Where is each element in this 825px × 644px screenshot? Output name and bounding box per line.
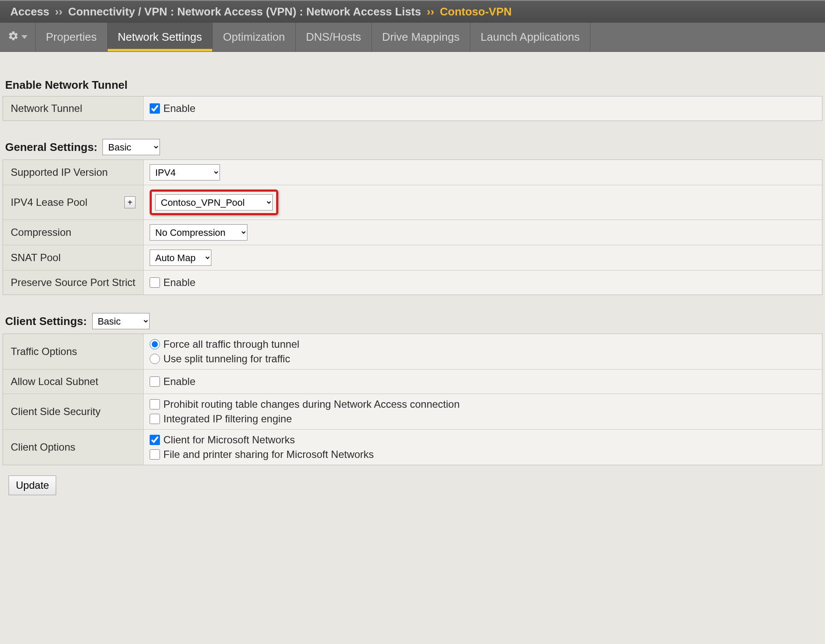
tab-launch-applications[interactable]: Launch Applications [470, 23, 590, 51]
row-traffic-options: Traffic Options Force all traffic throug… [3, 334, 822, 369]
row-ip-version: Supported IP Version IPV4 [3, 160, 822, 185]
table-client-settings: Traffic Options Force all traffic throug… [3, 334, 822, 465]
traffic-force-radio[interactable] [150, 339, 160, 349]
ip-version-select[interactable]: IPV4 [150, 164, 220, 181]
compression-select[interactable]: No Compression [150, 224, 247, 241]
settings-menu-button[interactable] [0, 23, 36, 51]
ms-networks-checkbox[interactable] [150, 435, 160, 445]
checkbox-wrapper[interactable]: Prohibit routing table changes during Ne… [150, 398, 816, 410]
preserve-port-checkbox-label: Enable [163, 277, 196, 289]
network-tunnel-checkbox[interactable] [150, 103, 160, 114]
label-preserve-port: Preserve Source Port Strict [3, 271, 144, 295]
ip-filter-label: Integrated IP filtering engine [163, 413, 292, 425]
section-title-general: General Settings: [5, 141, 97, 154]
highlight-box: Contoso_VPN_Pool [150, 190, 278, 215]
checkbox-wrapper[interactable]: Enable [150, 277, 816, 289]
label-ip-version: Supported IP Version [3, 160, 144, 185]
label-compression: Compression [3, 220, 144, 245]
gear-icon [8, 30, 19, 44]
label-traffic-options: Traffic Options [3, 334, 144, 369]
traffic-force-label: Force all traffic through tunnel [163, 338, 299, 350]
label-network-tunnel: Network Tunnel [3, 96, 144, 120]
breadcrumb-sep-icon: ›› [55, 5, 62, 18]
preserve-port-checkbox[interactable] [150, 277, 160, 288]
checkbox-wrapper[interactable]: Client for Microsoft Networks [150, 434, 816, 446]
breadcrumb-leaf[interactable]: Contoso-VPN [440, 5, 512, 18]
row-compression: Compression No Compression [3, 220, 822, 245]
ip-filter-checkbox[interactable] [150, 414, 160, 424]
tab-dns-hosts[interactable]: DNS/Hosts [296, 23, 372, 51]
breadcrumb: Access ›› Connectivity / VPN : Network A… [0, 0, 825, 23]
chevron-down-icon [21, 35, 27, 39]
tab-optimization[interactable]: Optimization [213, 23, 296, 51]
prohibit-routing-checkbox[interactable] [150, 399, 160, 409]
lease-pool-select[interactable]: Contoso_VPN_Pool [155, 194, 273, 211]
ms-networks-label: Client for Microsoft Networks [163, 434, 295, 446]
row-client-security: Client Side Security Prohibit routing ta… [3, 394, 822, 429]
allow-local-checkbox-label: Enable [163, 376, 196, 388]
breadcrumb-root[interactable]: Access [10, 5, 49, 18]
checkbox-wrapper[interactable]: File and printer sharing for Microsoft N… [150, 448, 816, 460]
network-tunnel-checkbox-label: Enable [163, 102, 196, 114]
traffic-split-label: Use split tunneling for traffic [163, 353, 290, 365]
file-printer-checkbox[interactable] [150, 449, 160, 460]
section-title-enable-tunnel: Enable Network Tunnel [5, 78, 822, 92]
row-lease-pool: IPV4 Lease Pool + Contoso_VPN_Pool [3, 185, 822, 220]
tabs-bar: Properties Network Settings Optimization… [0, 23, 825, 52]
checkbox-wrapper[interactable]: Enable [150, 102, 816, 114]
label-client-options: Client Options [3, 430, 144, 465]
breadcrumb-path[interactable]: Connectivity / VPN : Network Access (VPN… [68, 5, 421, 18]
radio-wrapper[interactable]: Use split tunneling for traffic [150, 353, 816, 365]
client-mode-select[interactable]: Basic [92, 313, 150, 329]
label-lease-pool: IPV4 Lease Pool [11, 196, 87, 208]
radio-wrapper[interactable]: Force all traffic through tunnel [150, 338, 816, 350]
tab-network-settings[interactable]: Network Settings [108, 23, 213, 51]
allow-local-checkbox[interactable] [150, 376, 160, 387]
label-client-security: Client Side Security [3, 394, 144, 429]
section-title-client: Client Settings: [5, 315, 87, 328]
row-network-tunnel: Network Tunnel Enable [3, 96, 822, 120]
label-allow-local: Allow Local Subnet [3, 370, 144, 394]
breadcrumb-sep-icon: ›› [427, 5, 434, 18]
file-printer-label: File and printer sharing for Microsoft N… [163, 448, 374, 460]
tab-drive-mappings[interactable]: Drive Mappings [372, 23, 470, 51]
checkbox-wrapper[interactable]: Enable [150, 376, 816, 388]
checkbox-wrapper[interactable]: Integrated IP filtering engine [150, 413, 816, 425]
add-lease-pool-button[interactable]: + [124, 196, 135, 208]
label-snat-pool: SNAT Pool [3, 245, 144, 270]
tab-properties[interactable]: Properties [36, 23, 108, 51]
row-preserve-port: Preserve Source Port Strict Enable [3, 270, 822, 295]
traffic-split-radio[interactable] [150, 354, 160, 364]
update-button[interactable]: Update [9, 475, 56, 495]
prohibit-routing-label: Prohibit routing table changes during Ne… [163, 398, 460, 410]
content: Enable Network Tunnel Network Tunnel Ena… [0, 52, 825, 504]
snat-pool-select[interactable]: Auto Map [150, 250, 211, 266]
table-enable-tunnel: Network Tunnel Enable [3, 96, 822, 121]
row-snat-pool: SNAT Pool Auto Map [3, 245, 822, 270]
general-mode-select[interactable]: Basic [102, 139, 160, 155]
row-allow-local: Allow Local Subnet Enable [3, 369, 822, 394]
row-client-options: Client Options Client for Microsoft Netw… [3, 429, 822, 465]
table-general-settings: Supported IP Version IPV4 IPV4 Lease Poo… [3, 159, 822, 295]
